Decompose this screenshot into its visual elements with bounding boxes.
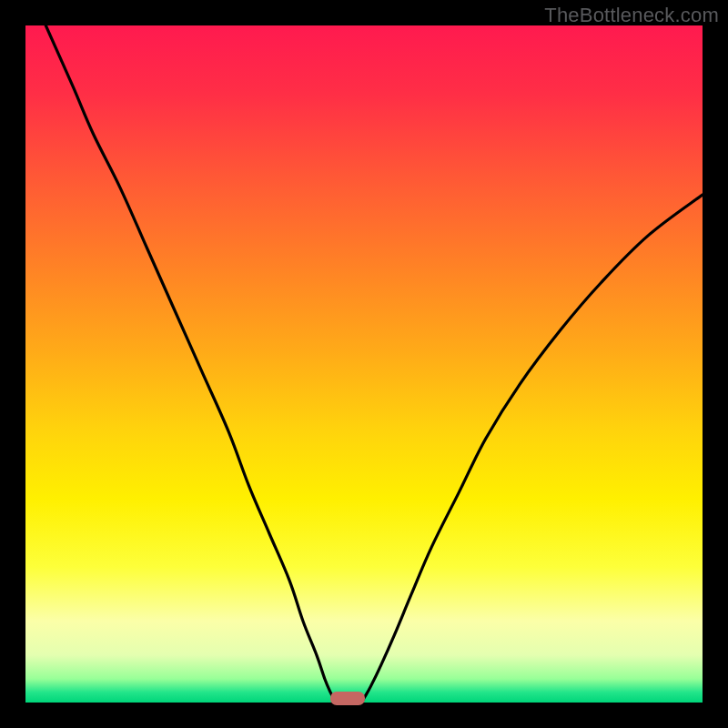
optimal-marker	[330, 692, 366, 704]
chart-frame: TheBottleneck.com	[0, 0, 728, 728]
bottleneck-curve	[25, 25, 703, 703]
watermark-text: TheBottleneck.com	[544, 4, 719, 27]
plot-area	[25, 25, 703, 703]
